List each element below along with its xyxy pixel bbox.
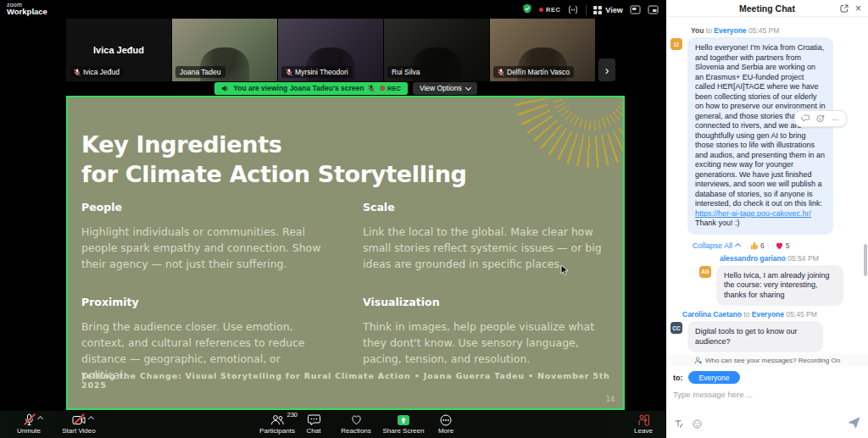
recipient-selector-row: to: Everyone	[666, 367, 868, 385]
video-tile-joana[interactable]: Joana Tadeu	[172, 19, 277, 81]
message-bubble[interactable]: Hello everyone! I'm Ivica from Croatia, …	[687, 37, 833, 235]
send-button[interactable]	[848, 417, 860, 432]
recording-controls-icon[interactable]	[567, 3, 579, 18]
avatar: CC	[670, 322, 682, 334]
video-tile-delfin[interactable]: Delfín Martín Vasco	[490, 19, 595, 81]
next-participants-button[interactable]: ›	[598, 58, 615, 81]
reactions-button[interactable]: Reactions	[332, 413, 380, 435]
chat-header: Meeting Chat ×	[666, 0, 868, 17]
chat-compose-area: Who can see your messages? Recording On …	[666, 354, 868, 438]
share-screen-icon	[397, 413, 410, 426]
sun-rays-decoration	[482, 96, 625, 216]
more-actions-icon[interactable]: …	[832, 114, 840, 124]
encryption-shield-icon	[522, 3, 532, 18]
heart-icon	[350, 413, 363, 426]
person-privacy-icon	[694, 357, 702, 364]
zoom-workplace-logo: zoom Workplace	[7, 2, 47, 16]
more-ellipsis-icon	[440, 413, 452, 426]
video-thumbnail-strip: Ivica Jeđud Ivica Jeđud Joana Tadeu Myrs…	[66, 19, 597, 81]
more-button[interactable]: More	[429, 413, 463, 435]
avatar: IJ	[670, 38, 682, 50]
topbar-divider	[586, 5, 587, 15]
rec-label: REC	[546, 6, 560, 14]
close-chat-icon[interactable]: ×	[855, 3, 861, 14]
video-tile-ivica[interactable]: Ivica Jeđud Ivica Jeđud	[66, 19, 171, 81]
view-label: View	[605, 6, 622, 14]
sender-link[interactable]: Carolina Caetano	[682, 310, 742, 319]
muted-mic-icon	[368, 85, 375, 92]
add-reaction-icon[interactable]	[816, 114, 825, 123]
thumbs-up-icon	[750, 241, 759, 250]
section-people: People Highlight individuals or communit…	[81, 201, 327, 272]
speaker-icon	[221, 85, 229, 92]
format-text-icon[interactable]	[674, 417, 683, 432]
message-bubble[interactable]: Digital tools to get to know our audienc…	[687, 321, 823, 352]
chevron-down-icon	[465, 84, 471, 90]
viewing-banner: You are viewing Joana Tadeu's screen ⊗ R…	[214, 82, 408, 95]
video-tile-rui[interactable]: Rui Silva	[384, 19, 489, 81]
stop-recording-icon: ⊗	[379, 85, 386, 92]
participant-name-tag: Myrsini Theodori	[281, 66, 353, 78]
muted-mic-icon	[498, 69, 504, 76]
recipient-link[interactable]: Everyone	[714, 26, 746, 35]
chat-scrollbar[interactable]	[864, 244, 867, 276]
share-screen-button[interactable]: Share Screen	[376, 413, 431, 435]
unmute-button[interactable]: Unmute	[5, 413, 53, 435]
muted-mic-icon	[286, 69, 292, 76]
chat-title: Meeting Chat	[739, 3, 795, 14]
leave-button[interactable]: Leave	[624, 413, 663, 435]
minimize-window-icon[interactable]	[648, 3, 659, 18]
view-options-button[interactable]: View Options	[413, 82, 477, 95]
recipient-link[interactable]: Everyone	[752, 310, 784, 319]
recipient-pill[interactable]: Everyone	[688, 371, 741, 384]
video-tile-myrsini[interactable]: Myrsini Theodori	[278, 19, 383, 81]
start-video-button[interactable]: Start Video	[49, 413, 108, 435]
participant-name-tag: Rui Silva	[387, 66, 425, 78]
chat-message-reply: alessandro gariano 05:54 PM AG Hello Ivi…	[699, 254, 860, 307]
reply-icon[interactable]	[801, 114, 810, 122]
view-button[interactable]: View	[593, 6, 622, 14]
camera-off-icon	[72, 413, 86, 426]
chat-bubble-icon	[308, 413, 320, 426]
avatar: AG	[699, 266, 711, 278]
chevron-up-icon	[735, 243, 741, 249]
message-meta: You to Everyone 05:45 PM	[691, 26, 860, 35]
chat-input[interactable]	[666, 387, 844, 402]
message-bubble[interactable]: Hello Ivica, I am already joining the co…	[716, 265, 843, 307]
message-meta: alessandro gariano 05:54 PM	[720, 254, 860, 263]
chat-button[interactable]: Chat	[297, 413, 331, 435]
sender-link[interactable]: alessandro gariano	[720, 254, 786, 263]
participant-name-tag: Joana Tadeu	[175, 66, 225, 78]
participants-icon: 230	[270, 413, 284, 426]
slide-footer: Telling the Change: Visual Storytelling …	[81, 371, 623, 390]
participant-name-tag: Delfín Martín Vasco	[493, 66, 574, 78]
logo-line-workplace: Workplace	[7, 8, 47, 16]
popout-chat-icon[interactable]	[840, 1, 849, 16]
swap-windows-icon[interactable]	[630, 3, 641, 18]
collapse-all-button[interactable]: Collapse All	[693, 241, 740, 250]
message-link[interactable]: https://her-ai-tage.pou-cakovec.hr/	[695, 209, 826, 219]
message-hover-actions: …	[794, 110, 847, 127]
emoji-icon[interactable]	[693, 417, 702, 432]
chevron-up-icon[interactable]	[88, 416, 94, 422]
message-meta: Carolina Caetano to Everyone 05:45 PM	[682, 310, 860, 319]
thumbs-up-reaction[interactable]: 6	[750, 241, 765, 250]
mouse-cursor	[560, 263, 569, 280]
compose-toolbar	[674, 417, 860, 432]
chevron-up-icon[interactable]	[36, 416, 42, 422]
recording-indicator: REC	[539, 6, 560, 14]
meeting-chat-panel: Meeting Chat × You to Everyone 05:45 PM …	[666, 0, 868, 438]
rec-dot-icon	[539, 8, 543, 12]
screen-share-banner: You are viewing Joana Tadeu's screen ⊗ R…	[66, 80, 626, 96]
heart-reaction[interactable]: 5	[775, 241, 790, 250]
shared-screen-slide: Key Ingredients for Climate Action Story…	[66, 96, 625, 410]
privacy-note[interactable]: Who can see your messages? Recording On	[666, 354, 868, 367]
section-scale: Scale Link the local to the global. Make…	[363, 201, 609, 272]
thread-controls: Collapse All 6 5	[693, 241, 860, 250]
heart-icon	[775, 241, 784, 250]
to-label: to:	[673, 374, 683, 382]
leave-icon	[637, 413, 650, 426]
section-proximity: Proximity Bring the audience closer. Use…	[81, 296, 327, 383]
chat-message-list[interactable]: You to Everyone 05:45 PM IJ Hello everyo…	[666, 17, 868, 354]
chat-message: Carolina Caetano to Everyone 05:45 PM CC…	[670, 310, 860, 352]
